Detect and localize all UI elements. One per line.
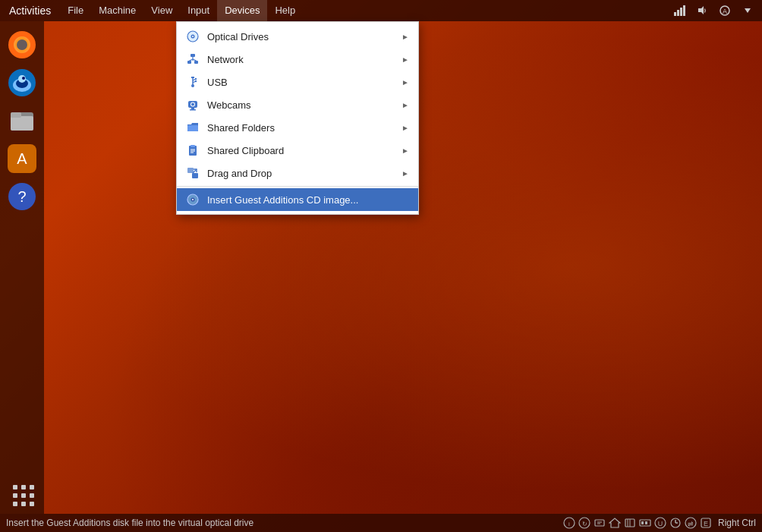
svg-line-30: [190, 59, 194, 61]
statusbar-icon-8: [669, 517, 682, 529]
menu-item-webcams[interactable]: Webcams ►: [177, 93, 418, 116]
right-ctrl-label: Right Ctrl: [718, 518, 756, 528]
svg-rect-68: [645, 521, 647, 524]
webcams-arrow: ►: [401, 101, 409, 109]
grid-dot: [21, 485, 26, 490]
settings-dropdown-icon[interactable]: [739, 2, 756, 19]
menu-input[interactable]: Input: [180, 0, 217, 21]
appstore-icon: A: [8, 144, 36, 173]
statusbar-icon-10: E: [700, 517, 712, 529]
svg-rect-60: [595, 520, 604, 526]
network-label: Network: [207, 54, 394, 65]
desktop: Activities File Machine View Input Devic…: [0, 0, 762, 532]
sidebar-item-thunderbird[interactable]: [6, 67, 38, 99]
shared-clipboard-label: Shared Clipboard: [207, 145, 394, 156]
sound-tray-icon[interactable]: [694, 2, 710, 19]
svg-point-41: [191, 103, 194, 106]
menu-item-optical-drives[interactable]: Optical Drives ►: [177, 25, 418, 48]
svg-rect-1: [677, 10, 679, 16]
statusbar-icon-7: U: [654, 517, 666, 529]
svg-rect-35: [195, 78, 197, 80]
svg-point-25: [192, 36, 194, 37]
sidebar-item-firefox[interactable]: [6, 29, 38, 61]
statusbar: Insert the Guest Additions disk file int…: [0, 514, 762, 532]
statusbar-icon-3: [594, 517, 606, 529]
menubar-left: Activities File Machine View Input Devic…: [0, 0, 303, 21]
menubar: Activities File Machine View Input Devic…: [0, 0, 762, 21]
statusbar-icon-4: [609, 517, 621, 529]
menu-help[interactable]: Help: [267, 0, 303, 21]
devices-menu: Optical Drives ► Network ►: [176, 21, 419, 215]
network-icon: [186, 52, 200, 66]
svg-rect-2: [680, 8, 682, 16]
menu-item-shared-clipboard[interactable]: Shared Clipboard ►: [177, 139, 418, 162]
svg-text:?: ?: [17, 188, 26, 205]
menu-file[interactable]: File: [60, 0, 91, 21]
svg-rect-67: [641, 521, 644, 524]
svg-point-38: [191, 84, 194, 87]
svg-rect-32: [191, 77, 194, 78]
sidebar-dock: A ?: [0, 21, 44, 514]
sidebar-item-help[interactable]: ?: [6, 181, 38, 212]
grid-dot: [21, 502, 26, 506]
svg-rect-46: [190, 145, 195, 147]
app-drawer-button[interactable]: [10, 482, 34, 506]
webcam-icon: [186, 98, 200, 112]
svg-text:⇌: ⇌: [688, 520, 694, 527]
help-icon: ?: [8, 182, 36, 211]
grid-dot: [13, 502, 17, 506]
svg-text:A: A: [17, 150, 27, 167]
network-arrow: ►: [401, 55, 409, 64]
menu-item-usb[interactable]: USB ►: [177, 71, 418, 93]
sidebar-item-files[interactable]: [6, 105, 38, 137]
menu-devices[interactable]: Devices: [217, 0, 267, 21]
firefox-icon: [8, 30, 36, 59]
grid-dot: [30, 485, 34, 490]
svg-point-55: [192, 199, 194, 200]
drag-and-drop-label: Drag and Drop: [207, 168, 394, 179]
optical-drives-arrow: ►: [401, 33, 409, 41]
menu-item-network[interactable]: Network ►: [177, 48, 418, 71]
system-tray-icon[interactable]: A: [716, 2, 733, 19]
menu-item-shared-folders[interactable]: Shared Folders ►: [177, 116, 418, 139]
svg-marker-7: [745, 8, 751, 13]
menu-view[interactable]: View: [143, 0, 180, 21]
folder-icon: [186, 121, 200, 134]
svg-rect-28: [194, 61, 198, 64]
svg-rect-42: [191, 108, 194, 109]
svg-marker-4: [698, 6, 704, 14]
usb-arrow: ►: [401, 78, 409, 87]
svg-rect-26: [190, 54, 195, 57]
webcams-label: Webcams: [207, 99, 394, 111]
cd-insert-icon: [186, 193, 200, 206]
svg-rect-51: [192, 173, 198, 178]
statusbar-right: i ↻: [563, 517, 756, 529]
status-message: Insert the Guest Additions disk file int…: [6, 518, 253, 528]
menu-item-drag-and-drop[interactable]: Drag and Drop ►: [177, 162, 418, 184]
grid-dot: [30, 502, 34, 506]
statusbar-icon-1: i: [563, 517, 575, 529]
activities-button[interactable]: Activities: [0, 0, 60, 21]
statusbar-icon-9: ⇌: [685, 517, 697, 529]
shared-clipboard-arrow: ►: [401, 146, 409, 155]
system-indicator-icon: A: [719, 5, 731, 17]
svg-rect-0: [674, 12, 676, 16]
svg-text:U: U: [658, 520, 663, 527]
sidebar-item-appstore[interactable]: A: [6, 143, 38, 175]
statusbar-icon-5: [624, 517, 636, 529]
svg-line-31: [193, 59, 197, 61]
svg-rect-17: [11, 116, 33, 131]
cd-icon: [186, 30, 200, 43]
svg-rect-18: [11, 112, 21, 118]
grid-dot: [13, 493, 17, 498]
network-tray-icon[interactable]: [671, 2, 688, 19]
menu-machine[interactable]: Machine: [91, 0, 143, 21]
sound-icon: [696, 5, 708, 17]
drag-and-drop-arrow: ►: [401, 169, 409, 178]
devices-dropdown: Optical Drives ► Network ►: [176, 21, 419, 215]
usb-icon: [186, 75, 200, 89]
statusbar-icon-2: ↻: [578, 517, 590, 529]
menu-item-insert-guest[interactable]: Insert Guest Additions CD image...: [177, 188, 418, 211]
settings-arrow-icon: [742, 5, 754, 17]
drag-icon: [186, 166, 200, 180]
